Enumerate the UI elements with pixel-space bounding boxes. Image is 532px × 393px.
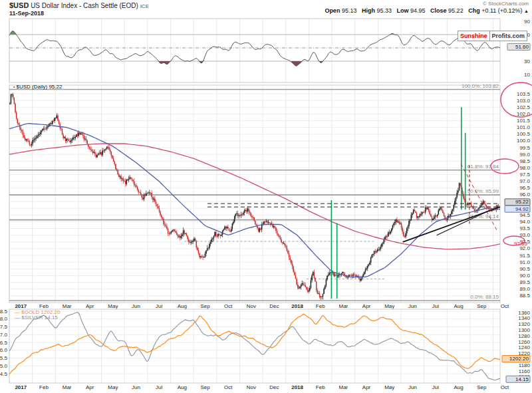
candle-body xyxy=(29,141,30,144)
instrument-name: US Dollar Index - Cash Settle (EOD) xyxy=(31,2,138,9)
candle-body xyxy=(426,207,427,209)
candle-body xyxy=(122,178,122,179)
logo-part-sunshine: Sunshine xyxy=(458,31,489,41)
candle-body xyxy=(196,241,197,247)
gold-axis-label: 1240 xyxy=(518,344,530,350)
candle-body xyxy=(96,154,96,158)
x-axis-label-bottom: May xyxy=(108,384,118,390)
candle-body xyxy=(154,199,154,199)
rsi-axis-label: 30 xyxy=(524,59,530,65)
price-axis-label: 101.5 xyxy=(517,118,531,124)
candle-body xyxy=(243,213,243,215)
legend-silver: — $SILVER 14.15 xyxy=(15,315,60,321)
candle-body xyxy=(90,148,90,150)
fib-label: 100.0%: 103.82 xyxy=(462,83,499,89)
candle-body xyxy=(212,238,213,239)
candle-body xyxy=(123,178,124,180)
candle-body xyxy=(181,236,182,238)
exchange-label: ICE xyxy=(140,3,149,9)
candle-body xyxy=(389,232,390,233)
candle-body xyxy=(436,215,436,216)
candle-body xyxy=(11,94,11,104)
candle-body xyxy=(128,179,129,180)
candle-body xyxy=(161,215,162,217)
x-axis-label-main: Feb xyxy=(39,303,49,309)
chg-label: Chg xyxy=(468,7,480,14)
candle-body xyxy=(72,137,73,139)
candle-body xyxy=(221,235,221,236)
open-value: 95.13 xyxy=(342,7,357,14)
candle-body xyxy=(217,234,218,236)
sunshine-profits-logo: Sunshine Profits.com xyxy=(458,31,527,41)
candle-body xyxy=(136,186,136,187)
candle-body xyxy=(51,123,51,124)
candle-body xyxy=(195,239,196,241)
candle-body xyxy=(21,130,22,132)
candle-body xyxy=(406,228,407,233)
candle-body xyxy=(365,269,366,272)
price-axis-label: 91.5 xyxy=(519,253,530,259)
candle-body xyxy=(396,219,396,222)
candle-body xyxy=(99,154,100,154)
candle-body xyxy=(432,217,432,220)
candle-body xyxy=(52,121,53,124)
fib-label: 61.8%: 97.84 xyxy=(467,164,499,170)
candle-body xyxy=(35,138,36,138)
price-axis-label: 91.0 xyxy=(519,259,530,265)
candle-body xyxy=(403,232,404,237)
price-axis-label: 101.0 xyxy=(517,124,531,130)
panel-border xyxy=(9,19,500,82)
gold-axis-label: 1340 xyxy=(518,315,530,321)
candle-body xyxy=(352,275,352,276)
candle-body xyxy=(282,242,283,243)
candle-body xyxy=(84,135,84,139)
candle-body xyxy=(269,222,269,223)
candle-body xyxy=(42,129,43,130)
silver-axis-label: 17.0 xyxy=(0,332,8,338)
candle-body xyxy=(402,228,403,232)
candle-body xyxy=(172,230,172,231)
x-axis-label-bottom: Feb xyxy=(316,384,325,390)
x-axis-label-bottom: Jun xyxy=(132,384,140,390)
candle-body xyxy=(266,221,267,221)
candle-body xyxy=(368,265,369,267)
candle-body xyxy=(380,247,381,249)
candle-body xyxy=(423,212,424,213)
candle-body xyxy=(183,230,184,234)
candle-body xyxy=(287,246,287,250)
price-axis-label: 93.5 xyxy=(519,225,530,231)
x-axis-label-main: Oct xyxy=(224,303,233,309)
candle-body xyxy=(205,251,206,254)
candle-body xyxy=(187,236,188,239)
x-axis-label-main: Sep xyxy=(200,303,210,309)
candle-body xyxy=(376,251,376,252)
x-axis-label-main: Jun xyxy=(132,303,140,309)
x-axis-label-bottom: Aug xyxy=(454,384,464,390)
silver-axis-label: 17.5 xyxy=(0,324,8,330)
candle-body xyxy=(86,139,86,140)
candle-body xyxy=(126,180,127,184)
candle-body xyxy=(192,241,192,242)
candle-body xyxy=(13,94,13,98)
fib-label: 0.0%: 88.15 xyxy=(470,294,499,300)
candle-body xyxy=(38,135,39,136)
candle-body xyxy=(180,236,180,238)
candle-body xyxy=(277,231,277,233)
candle-body xyxy=(110,150,110,152)
candle-body xyxy=(100,152,100,154)
candle-body xyxy=(211,239,212,242)
up-arrow-icon: ▲ xyxy=(524,9,529,13)
candle-body xyxy=(237,213,238,216)
candle-body xyxy=(328,275,329,276)
candle-body xyxy=(15,104,15,112)
candle-body xyxy=(94,152,95,154)
candle-body xyxy=(386,236,386,237)
ma50-last-value: 94.92 xyxy=(515,206,529,212)
candle-body xyxy=(267,221,267,222)
x-axis-label-main: Jun xyxy=(408,303,417,309)
x-axis-label-main: Apr xyxy=(86,303,94,309)
candle-body xyxy=(45,128,45,129)
candle-body xyxy=(390,231,390,233)
candle-body xyxy=(112,156,112,159)
silver-axis-label: 15.5 xyxy=(0,355,8,361)
